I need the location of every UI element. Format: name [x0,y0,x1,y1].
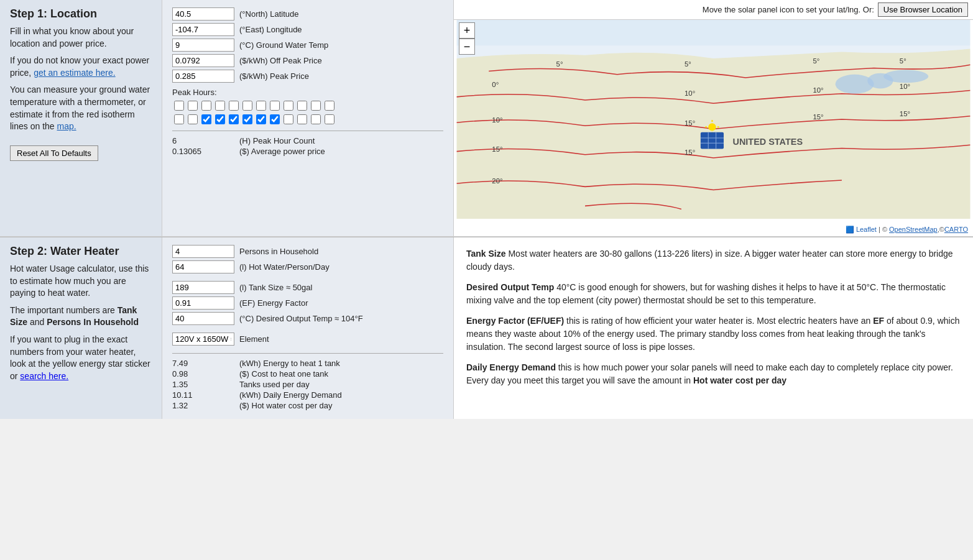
ground-water-input[interactable]: 9 [172,39,234,52]
step2-bold2: Persons In Household [47,317,139,327]
right-daily-para: Daily Energy Demand this is how much pow… [466,361,961,387]
step2-desc2: The important numbers are Tank Size and … [10,305,152,329]
step2-center: 4 Persons in Household 64 (l) Hot Water/… [162,237,454,419]
peak-cb-2-10[interactable] [297,114,307,124]
peak-cb-1-11[interactable] [311,101,321,111]
svg-text:5°: 5° [685,60,691,68]
map-zoom-controls: + − [459,22,475,55]
peak-hours-label: Peak Hours: [172,88,443,97]
peak-cb-2-11[interactable] [311,114,321,124]
peak-price-input[interactable]: 0.285 [172,70,234,83]
step1-desc3: You can measure your ground water temper… [10,84,152,132]
peak-cb-2-3[interactable] [201,114,211,124]
peak-cb-2-2[interactable] [188,114,198,124]
peak-cb-2-12[interactable] [325,114,334,124]
svg-text:15°: 15° [685,149,695,156]
peak-cb-1-12[interactable] [325,101,334,111]
longitude-input[interactable]: -104.7 [172,23,234,36]
zoom-out-button[interactable]: − [459,39,475,55]
svg-point-17 [836,75,874,94]
latitude-input[interactable]: 40.5 [172,7,234,21]
tanks-per-day-row: 1.35 Tanks used per day [172,380,443,389]
right-ef-bold: EF [873,316,884,326]
step2-title: Step 2: Water Heater [10,245,152,258]
ef-label: (EF) Energy Factor [239,298,308,308]
svg-text:10°: 10° [492,116,502,124]
longitude-row: -104.7 (°East) Longitude [172,23,443,36]
svg-text:20°: 20° [492,177,502,185]
peak-cb-2-8[interactable] [270,114,280,124]
map-svg[interactable]: 5° 5° 5° 5° 0° 10° 10° 10° 10° 15° 15° 1… [454,20,973,219]
peak-cb-2-1[interactable] [174,114,184,124]
hot-water-cost-row: 1.32 ($) Hot water cost per day [172,401,443,410]
right-tank-size-title: Tank Size [466,249,506,259]
ground-water-row: 9 (°C) Ground Water Temp [172,39,443,52]
step2-section: Step 2: Water Heater Hot water Usage cal… [0,237,973,419]
step1-link2[interactable]: map. [57,121,76,131]
peak-cb-2-4[interactable] [215,114,225,124]
peak-cb-1-10[interactable] [297,101,307,111]
step1-desc2: If you do not know your exact power pric… [10,55,152,79]
element-input[interactable]: 120V x 1650W ≈ 8.73Ω [172,333,234,346]
avg-power-row: 0.13065 ($) Average power price [172,147,443,156]
step2-right: Tank Size Most water heaters are 30-80 g… [454,237,973,419]
peak-cb-1-2[interactable] [188,101,198,111]
peak-cb-1-3[interactable] [201,101,211,111]
persons-label: Persons in Household [239,247,318,256]
reset-button[interactable]: Reset All To Defaults [10,145,98,161]
step2-and-text: and [30,317,44,327]
step2-link[interactable]: search here. [20,371,68,381]
step1-link1[interactable]: get an estimate here. [34,68,116,78]
peak-cb-1-8[interactable] [270,101,280,111]
tank-size-input[interactable]: 189 [172,281,234,294]
tank-size-label: (l) Tank Size ≈ 50gal [239,283,312,292]
peak-cb-2-9[interactable] [284,114,293,124]
desired-temp-input[interactable]: 40 [172,312,234,325]
zoom-in-button[interactable]: + [459,22,475,39]
off-peak-input[interactable]: 0.0792 [172,54,234,67]
step1-left: Step 1: Location Fill in what you know a… [0,0,162,236]
peak-cb-1-6[interactable] [242,101,252,111]
peak-cb-1-1[interactable] [174,101,184,111]
persons-input[interactable]: 4 [172,245,234,258]
step2-desc1: Hot water Usage calculator, use this to … [10,263,152,300]
svg-text:15°: 15° [685,119,695,127]
svg-text:5°: 5° [900,57,906,65]
svg-text:15°: 15° [813,113,824,121]
main-container: Step 1: Location Fill in what you know a… [0,0,973,419]
off-peak-label: ($/kWh) Off Peak Price [239,56,322,65]
ef-input[interactable]: 0.91 [172,296,234,310]
peak-hours-row1 [172,99,443,112]
svg-point-19 [883,70,928,83]
svg-text:15°: 15° [900,110,910,117]
svg-rect-1 [457,20,971,45]
step2-desc2-text: The important numbers are [10,305,115,315]
svg-text:5°: 5° [556,60,563,68]
peak-cb-2-6[interactable] [242,114,252,124]
step2-desc3: If you want to plug in the exact numbers… [10,334,152,382]
avg-power-label: ($) Average power price [239,147,325,156]
svg-text:10°: 10° [685,90,695,97]
svg-text:10°: 10° [813,86,824,94]
peak-cb-2-7[interactable] [256,114,266,124]
avg-power-value: 0.13065 [172,147,234,156]
use-browser-button[interactable]: Use Browser Location [878,2,968,17]
peak-cb-1-7[interactable] [256,101,266,111]
peak-cb-1-4[interactable] [215,101,225,111]
hot-water-input[interactable]: 64 [172,260,234,273]
energy-heat-label: (kWh) Energy to heat 1 tank [239,359,340,368]
divider1 [172,131,443,131]
tanks-per-day-label: Tanks used per day [239,380,310,389]
peak-cb-1-5[interactable] [229,101,239,111]
step1-desc1: Fill in what you know about your locatio… [10,25,152,50]
svg-text:10°: 10° [900,83,910,90]
peak-cb-2-5[interactable] [229,114,239,124]
cost-heat-value: 0.98 [172,369,234,379]
element-row: 120V x 1650W ≈ 8.73Ω Element [172,333,443,346]
peak-cb-1-9[interactable] [284,101,293,111]
right-desired-title: Desired Output Temp [466,282,554,292]
energy-heat-row: 7.49 (kWh) Energy to heat 1 tank [172,359,443,368]
ef-row: 0.91 (EF) Energy Factor [172,296,443,310]
step1-title: Step 1: Location [10,7,152,21]
hot-water-label: (l) Hot Water/Person/Day [239,262,330,272]
